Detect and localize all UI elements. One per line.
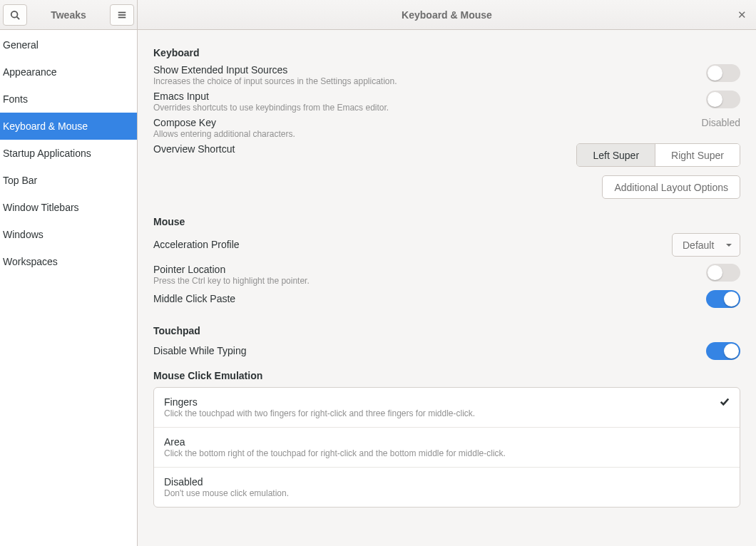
compose-key-label: Compose Key [153, 117, 693, 128]
compose-key-value[interactable]: Disabled [702, 117, 740, 128]
sidebar-item-window-titlebars[interactable]: Window Titlebars [0, 194, 137, 221]
svg-line-1 [17, 16, 20, 19]
middle-click-paste-label: Middle Click Paste [153, 293, 698, 304]
emulation-option-disabled[interactable]: Disabled Don't use mouse click emulation… [154, 468, 740, 507]
row-overview-shortcut: Overview Shortcut Left Super Right Super… [153, 143, 740, 199]
check-icon [712, 396, 730, 408]
compose-key-desc: Allows entering additional characters. [153, 129, 693, 139]
sidebar-item-label: Fonts [3, 93, 28, 105]
titlebar-left: Tweaks [0, 0, 138, 29]
emulation-option-title: Fingers [164, 396, 712, 408]
sidebar-item-label: Appearance [3, 66, 57, 78]
overview-shortcut-segmented: Left Super Right Super [576, 143, 740, 167]
mouse-heading: Mouse [153, 216, 740, 227]
extended-input-desc: Increases the choice of input sources in… [153, 76, 698, 86]
titlebar: Tweaks Keyboard & Mouse ✕ [0, 0, 756, 30]
sidebar-item-label: Window Titlebars [3, 202, 79, 213]
row-compose-key: Compose Key Allows entering additional c… [153, 117, 740, 139]
mouse-click-emulation-list: Fingers Click the touchpad with two fing… [153, 387, 740, 508]
row-acceleration-profile: Acceleration Profile Default [153, 233, 740, 257]
chevron-down-icon [725, 242, 732, 249]
touchpad-heading: Touchpad [153, 325, 740, 336]
disable-while-typing-label: Disable While Typing [153, 345, 698, 356]
close-button[interactable]: ✕ [727, 0, 756, 30]
sidebar-item-label: General [3, 39, 39, 51]
close-icon: ✕ [737, 9, 747, 21]
sidebar-item-label: Keyboard & Mouse [3, 120, 88, 132]
row-disable-while-typing: Disable While Typing [153, 342, 740, 360]
svg-point-0 [11, 11, 18, 17]
sidebar-item-top-bar[interactable]: Top Bar [0, 167, 137, 194]
overview-left-label: Left Super [593, 150, 639, 161]
app-title: Tweaks [30, 9, 107, 21]
extended-input-toggle[interactable] [706, 64, 740, 82]
emulation-option-title: Area [164, 436, 730, 448]
sidebar-item-label: Top Bar [3, 175, 37, 186]
content: Keyboard Show Extended Input Sources Inc… [138, 30, 756, 546]
menu-button[interactable] [110, 4, 134, 26]
extended-input-label: Show Extended Input Sources [153, 64, 698, 76]
hamburger-icon [117, 10, 127, 20]
emacs-input-desc: Overrides shortcuts to use keybindings f… [153, 103, 698, 113]
acceleration-profile-dropdown[interactable]: Default [672, 233, 740, 257]
mouse-click-emulation-heading: Mouse Click Emulation [153, 370, 740, 381]
disable-while-typing-toggle[interactable] [706, 342, 740, 360]
sidebar-item-startup-applications[interactable]: Startup Applications [0, 140, 137, 167]
sidebar: General Appearance Fonts Keyboard & Mous… [0, 30, 138, 546]
overview-left-super-button[interactable]: Left Super [577, 144, 655, 166]
emulation-option-desc: Don't use mouse click emulation. [164, 488, 730, 498]
overview-right-label: Right Super [671, 150, 724, 161]
sidebar-item-general[interactable]: General [0, 31, 137, 58]
sidebar-item-label: Startup Applications [3, 148, 91, 159]
titlebar-right: Keyboard & Mouse ✕ [138, 0, 756, 29]
additional-layout-options-button[interactable]: Additional Layout Options [602, 175, 740, 199]
pointer-location-desc: Press the Ctrl key to highlight the poin… [153, 276, 698, 286]
keyboard-heading: Keyboard [153, 47, 740, 58]
emacs-input-label: Emacs Input [153, 91, 698, 102]
search-button[interactable] [3, 4, 27, 26]
sidebar-item-label: Workspaces [3, 256, 58, 267]
sidebar-item-keyboard-mouse[interactable]: Keyboard & Mouse [0, 113, 137, 140]
overview-shortcut-label: Overview Shortcut [153, 143, 568, 155]
emulation-option-desc: Click the bottom right of the touchpad f… [164, 448, 730, 458]
middle-click-paste-toggle[interactable] [706, 290, 740, 308]
acceleration-profile-value: Default [683, 239, 714, 251]
sidebar-item-windows[interactable]: Windows [0, 221, 137, 248]
acceleration-profile-label: Acceleration Profile [153, 239, 663, 250]
sidebar-item-label: Windows [3, 229, 44, 240]
search-icon [10, 10, 20, 20]
pointer-location-toggle[interactable] [706, 264, 740, 282]
row-emacs-input: Emacs Input Overrides shortcuts to use k… [153, 91, 740, 113]
page-title: Keyboard & Mouse [402, 9, 492, 21]
row-pointer-location: Pointer Location Press the Ctrl key to h… [153, 264, 740, 286]
sidebar-item-appearance[interactable]: Appearance [0, 58, 137, 86]
emulation-option-title: Disabled [164, 476, 730, 488]
sidebar-item-fonts[interactable]: Fonts [0, 86, 137, 113]
row-extended-input: Show Extended Input Sources Increases th… [153, 64, 740, 86]
sidebar-item-workspaces[interactable]: Workspaces [0, 248, 137, 275]
emulation-option-desc: Click the touchpad with two fingers for … [164, 408, 712, 418]
row-middle-click-paste: Middle Click Paste [153, 290, 740, 308]
pointer-location-label: Pointer Location [153, 264, 698, 275]
overview-right-super-button[interactable]: Right Super [655, 144, 740, 166]
emulation-option-area[interactable]: Area Click the bottom right of the touch… [154, 428, 740, 468]
emacs-input-toggle[interactable] [706, 91, 740, 108]
emulation-option-fingers[interactable]: Fingers Click the touchpad with two fing… [154, 388, 740, 428]
additional-layout-label: Additional Layout Options [614, 182, 728, 193]
